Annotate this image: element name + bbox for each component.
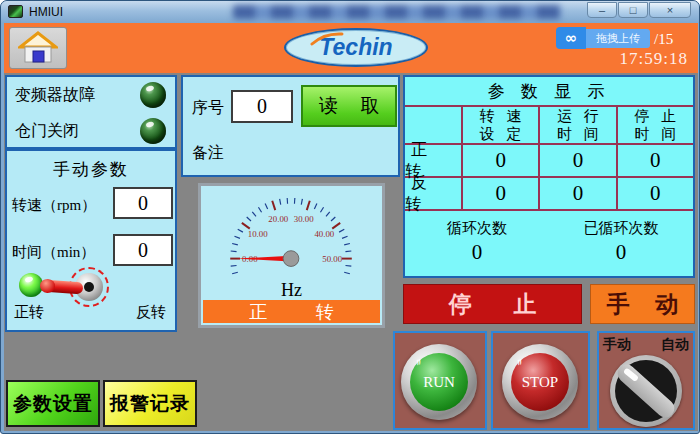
svg-text:30.00: 30.00 [294, 214, 314, 224]
status-panel: 变频器故障 仓门关闭 [5, 75, 177, 149]
table-cell: 0 [538, 178, 615, 211]
direction-banner: 正 转 [203, 300, 380, 323]
cycle-count-value: 0 [472, 240, 483, 265]
selector-auto-label: 自动 [661, 336, 689, 354]
stop-banner[interactable]: 停 止 [403, 284, 582, 324]
table-cell: 0 [616, 145, 693, 178]
col-header-runtime: 运 行 时 间 [538, 107, 615, 145]
hmiui-window: HMIUI – □ × Techin [0, 0, 700, 434]
cycle-count: 循环次数 0 [405, 211, 549, 273]
minimize-button[interactable]: – [587, 2, 617, 18]
param-display-panel: 参 数 显 示 转 速 设 定 运 行 时 间 停 止 时 间 正 转 0 0 [403, 75, 695, 278]
table-cell: 0 [461, 178, 538, 211]
col-header-line: 运 行 [553, 107, 603, 125]
cloud-icon: ∞ [556, 27, 586, 49]
page-header: Techin ∞ 拖拽上传 /15 17:59:18 [4, 23, 698, 73]
cycled-count-value: 0 [616, 240, 627, 265]
svg-text:40.00: 40.00 [314, 229, 334, 239]
reverse-label: 反转 [136, 303, 166, 322]
alarm-record-button[interactable]: 报警记录 [103, 380, 197, 427]
param-display-title: 参 数 显 示 [405, 77, 693, 105]
svg-text:10.00: 10.00 [248, 229, 268, 239]
cycled-count-label: 已循环次数 [584, 219, 659, 238]
upload-badge[interactable]: ∞ 拖拽上传 [556, 27, 650, 49]
col-header-stoptime: 停 止 时 间 [616, 107, 693, 145]
status-row-door: 仓门关闭 [7, 113, 175, 149]
time-input[interactable] [113, 234, 173, 266]
table-cell: 0 [538, 145, 615, 178]
run-button[interactable]: RUN 〃 [401, 344, 477, 420]
time-label: 时间（min） [12, 243, 95, 262]
stop-button-panel: STOP 〃 [491, 331, 590, 430]
col-header-line: 设 定 [476, 125, 526, 143]
window-title: HMIUI [29, 5, 63, 19]
svg-text:20.00: 20.00 [268, 214, 288, 224]
param-table: 转 速 设 定 运 行 时 间 停 止 时 间 正 转 0 0 0 反 转 0 … [405, 105, 693, 211]
serial-input[interactable] [231, 90, 293, 123]
cycled-count: 已循环次数 0 [549, 211, 693, 273]
maximize-button[interactable]: □ [618, 2, 648, 18]
window-content: Techin ∞ 拖拽上传 /15 17:59:18 变频器故障 仓门关闭 [4, 23, 698, 431]
close-button[interactable]: × [649, 2, 691, 18]
status-row-inverter: 变频器故障 [7, 77, 175, 113]
door-closed-lamp [140, 118, 166, 144]
remark-label: 备注 [192, 143, 224, 164]
manual-params-panel: 手动参数 转速（rpm） 时间（min） 正转 反转 [5, 149, 177, 332]
serial-label: 序号 [192, 98, 224, 119]
gauge-unit-label: Hz [201, 280, 382, 301]
cycle-count-label: 循环次数 [447, 219, 507, 238]
run-button-panel: RUN 〃 [393, 331, 487, 430]
app-icon [8, 5, 23, 18]
read-button[interactable]: 读 取 [301, 85, 397, 127]
direction-toggle-switch[interactable] [51, 263, 117, 315]
stop-button-shine: 〃 [513, 355, 525, 365]
speed-input[interactable] [113, 187, 173, 219]
forward-label: 正转 [14, 303, 44, 322]
col-header-line: 时 间 [553, 125, 603, 143]
titlebar-redacted-text [233, 5, 561, 19]
title-bar: HMIUI – □ × [1, 1, 699, 23]
row-label-reverse: 反 转 [405, 178, 461, 211]
home-icon [18, 31, 58, 65]
clock: 17:59:18 [620, 49, 688, 69]
stop-button[interactable]: STOP 〃 [502, 344, 578, 420]
inverter-fault-lamp [140, 82, 166, 108]
param-settings-button[interactable]: 参数设置 [6, 380, 100, 427]
speed-label: 转速（rpm） [12, 196, 96, 215]
toggle-hole [84, 282, 94, 292]
door-closed-label: 仓门关闭 [15, 121, 79, 142]
table-cell: 0 [461, 145, 538, 178]
frequency-gauge-panel: 0.0010.0020.0030.0040.0050.00 Hz 正 转 [198, 183, 385, 328]
manual-params-title: 手动参数 [7, 158, 175, 181]
cycle-counters: 循环次数 0 已循环次数 0 [405, 211, 693, 273]
toggle-lever [43, 280, 84, 295]
techin-logo: Techin [284, 28, 428, 67]
col-header-line: 转 速 [476, 107, 526, 125]
col-header-speed: 转 速 设 定 [461, 107, 538, 145]
svg-text:50.00: 50.00 [322, 254, 342, 264]
logo-swoosh-icon [310, 32, 344, 46]
record-panel: 序号 读 取 备注 [181, 75, 400, 177]
frequency-gauge: 0.0010.0020.0030.0040.0050.00 [201, 188, 382, 288]
mode-selector-panel: 手动 自动 [597, 331, 695, 430]
page-indicator: /15 [654, 31, 673, 48]
col-header-line: 停 止 [630, 107, 680, 125]
mode-selector-knob[interactable] [610, 355, 682, 427]
window-controls: – □ × [587, 2, 691, 18]
upload-badge-label: 拖拽上传 [586, 29, 650, 48]
table-cell: 0 [616, 178, 693, 211]
manual-mode-banner[interactable]: 手 动 [590, 284, 695, 324]
inverter-fault-label: 变频器故障 [15, 85, 95, 106]
selector-manual-label: 手动 [603, 336, 631, 354]
home-button[interactable] [9, 27, 67, 69]
run-button-shine: 〃 [412, 355, 424, 365]
col-header-line: 时 间 [630, 125, 680, 143]
